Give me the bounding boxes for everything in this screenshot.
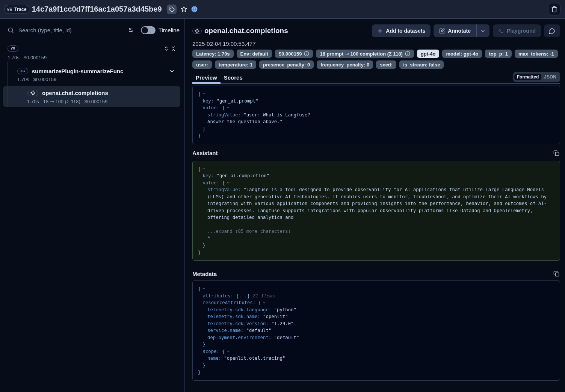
assistant-section-header: Assistant [192,150,560,157]
trace-tree-sidebar: Search (type, title, id) Timeline [0,19,185,392]
badge-label: temperature: 1 [219,62,252,68]
trace-type-badge[interactable]: Trace [5,5,29,14]
badge-label: Latency: 1.70s [196,51,230,57]
action-buttons: Add to datasets Annotate [372,24,560,37]
code-segment: {...} [236,293,250,299]
code-line [198,221,554,228]
tree-node-generation-selected[interactable]: openai.chat.completions 1.70s 18 → 100 (… [3,86,180,107]
code-line: driven processes. Langfuse supports inte… [198,207,554,214]
collapse-caret-icon[interactable] [202,167,206,171]
code-line: telemetry.sdk.name: "openlit" [198,313,554,320]
chevron-down-icon [169,68,175,74]
arrow-right-glyph: → [345,51,349,57]
code-line: resourceAttributes: { [198,299,554,306]
plus-icon [377,28,383,34]
collapse-caret-icon[interactable] [262,300,266,305]
badges-row-2: user:temperature: 1presence_penalty: 0fr… [192,60,560,69]
annotate-button-group: Annotate [434,24,489,37]
code-segment: telemetry.sdk.language: [207,307,271,312]
collapse-caret-icon[interactable] [226,349,230,353]
annotate-dropdown-button[interactable] [477,24,489,37]
span-node-title: summarizePlugin-summarizeFunc [32,68,123,74]
top-bar-left: Trace 14c7a9f1cc0d7ff16ac1a057a3d45be9 [5,5,548,14]
terminal-icon [498,28,504,34]
code-segment: stringValue: [207,187,241,192]
code-segment: } [203,126,205,131]
trace-duration: 1.70s [8,55,20,60]
delete-trace-button[interactable] [548,3,560,15]
tree-node-row: openai.chat.completions [28,88,177,97]
copy-icon [553,271,559,277]
code-segment: { [258,300,261,305]
tab-preview[interactable]: Preview [192,72,221,83]
collapse-caret-icon[interactable] [202,92,206,96]
metric-badge: is_stream: false [399,60,444,69]
metadata-section-label: Metadata [192,271,217,277]
observation-detail-panel: openai.chat.completions Add to datasets [185,19,565,392]
add-to-datasets-button[interactable]: Add to datasets [372,24,431,37]
code-line: offering detailed analytics and [198,214,554,221]
globe-icon [191,6,198,13]
tree-guide-line-2 [17,86,17,107]
code-segment: resourceAttributes: [203,300,256,305]
code-line: } [198,341,554,348]
bookmark-star-button[interactable] [179,5,189,14]
collapse-caret-icon[interactable] [202,286,206,291]
tree-node-metrics: 1.70s $0.000159 [8,54,180,61]
badges-row-1: Latency: 1.70sEnv: default$0.00015918 pr… [192,50,560,58]
code-segment: driven processes. Langfuse supports inte… [207,208,533,213]
filter-settings-icon[interactable] [128,27,134,33]
expand-all-button[interactable] [163,46,169,51]
trace-cost: $0.000159 [24,55,47,60]
format-option-json[interactable]: JSON [541,74,559,80]
playground-label: Playground [507,28,536,34]
code-segment: "gen_ai.completion" [214,173,269,178]
collapse-node-button[interactable] [169,68,175,74]
public-share-button[interactable] [190,5,199,14]
code-segment: offering detailed analytics and [207,215,294,220]
trace-id: 14c7a9f1cc0d7ff16ac1a057a3d45be9 [32,5,162,14]
observation-title-group: openai.chat.completions [192,27,372,35]
collapse-caret-icon[interactable] [226,106,230,110]
code-line: } [198,369,554,376]
code-line: key: "gen_ai.prompt" [198,98,554,105]
generation-cost: $0.000159 [85,99,107,104]
comments-button[interactable] [544,24,560,37]
langfuse-trace-page: Trace 14c7a9f1cc0d7ff16ac1a057a3d45be9 [0,0,565,392]
code-segment: "user: What is Langfuse? [241,112,310,118]
code-line: " [198,235,554,242]
copy-metadata-button[interactable] [553,271,559,277]
metric-badge: top_p: 1 [485,50,512,58]
badge-label: top_p: 1 [489,51,508,57]
copy-assistant-button[interactable] [553,150,559,156]
input-json-block: {key: "gen_ai.prompt"value: {stringValue… [192,86,560,144]
tag-button[interactable] [167,5,177,14]
code-segment: telemetry.sdk.name: [207,314,260,319]
tree-node-trace[interactable]: 1.70s $0.000159 [8,44,180,61]
code-segment: "openlit.otel.tracing" [221,356,285,361]
info-icon[interactable] [405,51,410,56]
trace-type-label: Trace [14,7,27,12]
badge-label: frequency_penalty: 0 [320,62,369,68]
info-icon[interactable] [304,51,309,56]
search-input[interactable]: Search (type, title, id) [18,27,128,33]
playground-button[interactable]: Playground [493,24,541,37]
annotate-button[interactable]: Annotate [434,24,476,37]
code-segment: } [203,363,205,368]
star-icon [181,6,187,12]
badge-label: Env: default [240,51,268,57]
code-line: } [198,125,554,133]
timeline-toggle[interactable] [141,26,156,34]
badge-label: seed: [380,62,393,68]
tree-node-span[interactable]: summarizePlugin-summarizeFunc 1.70s $0.0… [17,66,180,83]
pen-square-icon [439,28,445,34]
code-line: attributes: {...} 21 Items [198,292,554,300]
tab-scores[interactable]: Scores [221,72,246,83]
format-option-formatted[interactable]: Formatted [514,74,542,80]
code-segment: (LLMs) and other generative AI technolog… [207,194,547,199]
metric-badge: 18 prompt → 100 completion (Σ 118) [316,50,414,58]
code-segment: "1.29.0" [269,321,294,326]
collapse-all-button[interactable] [171,46,176,51]
code-segment: " [207,236,210,241]
collapse-caret-icon[interactable] [226,181,230,185]
